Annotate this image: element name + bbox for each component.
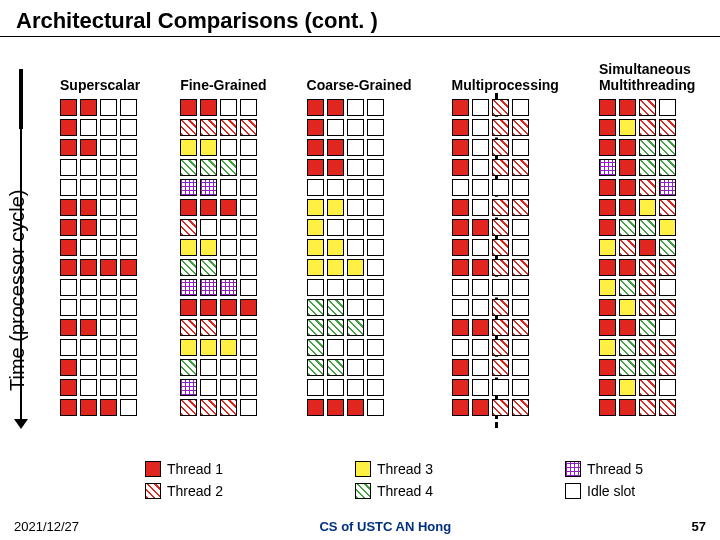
cycle-row: [60, 99, 140, 116]
cycle-grid: [180, 99, 266, 416]
issue-slot: [367, 279, 384, 296]
cycle-row: [452, 359, 559, 376]
issue-slot: [80, 299, 97, 316]
issue-slot: [220, 279, 237, 296]
issue-slot: [180, 119, 197, 136]
issue-slot: [659, 159, 676, 176]
legend-item: Thread 2: [145, 483, 295, 499]
issue-slot: [120, 159, 137, 176]
issue-slot: [60, 139, 77, 156]
issue-slot: [327, 319, 344, 336]
issue-slot: [472, 339, 489, 356]
issue-slot: [120, 219, 137, 236]
cycle-row: [599, 379, 695, 396]
cycle-grid: [307, 99, 412, 416]
issue-slot: [367, 339, 384, 356]
issue-slot: [367, 119, 384, 136]
issue-slot: [367, 299, 384, 316]
issue-slot: [619, 399, 636, 416]
issue-slot: [619, 219, 636, 236]
legend-label: Thread 2: [167, 483, 223, 499]
issue-slot: [240, 179, 257, 196]
issue-slot: [639, 379, 656, 396]
issue-slot: [492, 119, 509, 136]
issue-slot: [220, 259, 237, 276]
cycle-row: [307, 119, 412, 136]
cycle-row: [452, 99, 559, 116]
issue-slot: [659, 319, 676, 336]
issue-slot: [472, 119, 489, 136]
issue-slot: [180, 399, 197, 416]
cycle-row: [60, 199, 140, 216]
issue-slot: [327, 379, 344, 396]
cycle-grid: [452, 99, 559, 416]
issue-slot: [367, 239, 384, 256]
issue-slot: [452, 199, 469, 216]
issue-slot: [240, 279, 257, 296]
issue-slot: [307, 339, 324, 356]
issue-slot: [619, 239, 636, 256]
issue-slot: [347, 119, 364, 136]
issue-slot: [200, 219, 217, 236]
issue-slot: [492, 359, 509, 376]
issue-slot: [327, 299, 344, 316]
issue-slot: [659, 219, 676, 236]
issue-slot: [659, 359, 676, 376]
issue-slot: [472, 199, 489, 216]
issue-slot: [452, 159, 469, 176]
legend-row: Thread 1Thread 3Thread 5: [145, 461, 715, 477]
issue-slot: [80, 319, 97, 336]
issue-slot: [659, 199, 676, 216]
column-header: Fine-Grained: [180, 61, 266, 93]
cycle-row: [180, 279, 266, 296]
issue-slot: [472, 259, 489, 276]
issue-slot: [599, 159, 616, 176]
cycle-row: [599, 399, 695, 416]
issue-slot: [367, 139, 384, 156]
issue-slot: [200, 99, 217, 116]
issue-slot: [307, 259, 324, 276]
cycle-row: [180, 99, 266, 116]
issue-slot: [180, 199, 197, 216]
issue-slot: [240, 319, 257, 336]
issue-slot: [347, 139, 364, 156]
issue-slot: [60, 339, 77, 356]
cycle-row: [599, 119, 695, 136]
issue-slot: [180, 339, 197, 356]
issue-slot: [347, 359, 364, 376]
issue-slot: [240, 139, 257, 156]
cycle-row: [180, 159, 266, 176]
issue-slot: [512, 339, 529, 356]
issue-slot: [120, 99, 137, 116]
issue-slot: [599, 359, 616, 376]
issue-slot: [367, 319, 384, 336]
issue-slot: [619, 379, 636, 396]
page-title: Architectural Comparisons (cont. ): [0, 0, 720, 36]
cycle-row: [60, 359, 140, 376]
cycle-row: [599, 239, 695, 256]
issue-slot: [512, 159, 529, 176]
issue-slot: [512, 139, 529, 156]
issue-slot: [307, 219, 324, 236]
issue-slot: [120, 299, 137, 316]
cycle-row: [307, 339, 412, 356]
cycle-row: [307, 359, 412, 376]
cycle-row: [599, 319, 695, 336]
issue-slot: [80, 199, 97, 216]
issue-slot: [492, 259, 509, 276]
issue-slot: [100, 339, 117, 356]
issue-slot: [100, 159, 117, 176]
issue-slot: [472, 319, 489, 336]
issue-slot: [327, 359, 344, 376]
issue-slot: [60, 359, 77, 376]
y-axis-label: Time (processor cycle): [6, 189, 29, 391]
issue-slot: [80, 179, 97, 196]
time-arrow-icon: [20, 71, 22, 421]
column-header: Superscalar: [60, 61, 140, 93]
issue-slot: [180, 219, 197, 236]
cycle-row: [180, 379, 266, 396]
issue-slot: [659, 399, 676, 416]
issue-slot: [120, 179, 137, 196]
issue-slot: [512, 119, 529, 136]
cycle-row: [599, 279, 695, 296]
